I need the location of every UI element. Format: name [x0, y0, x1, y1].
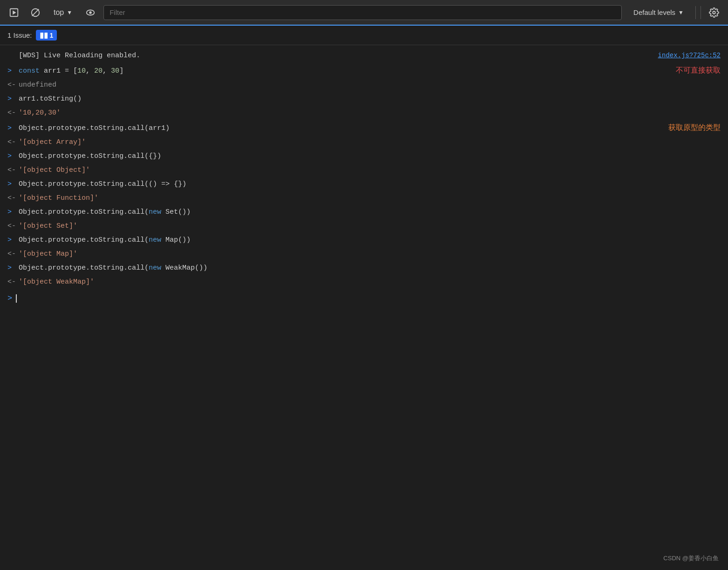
code-part-3: Object.prototype.toString.call(: [19, 236, 149, 244]
console-container: top ▼ Default levels ▼ 1 Issu: [0, 0, 728, 570]
toolbar-separator: [695, 6, 696, 19]
eye-icon: [85, 7, 96, 18]
execute-button[interactable]: [6, 4, 22, 21]
chevron-down-icon: ▼: [67, 9, 72, 16]
console-line-2: <- undefined: [0, 78, 728, 92]
settings-button[interactable]: [706, 4, 722, 21]
console-output[interactable]: [WDS] Live Reloading enabled. index.js?7…: [0, 45, 728, 570]
keyword-new-3: new: [149, 264, 161, 272]
console-line-1: > const arr1 = [10, 20, 30] 不可直接获取: [0, 63, 728, 78]
output-arrow: <-: [7, 80, 19, 91]
output-arrow-16: <-: [7, 277, 19, 288]
equals: = [: [65, 67, 77, 75]
input-arrow-13: >: [7, 235, 19, 246]
result-undefined: undefined: [19, 80, 721, 91]
context-selector[interactable]: top ▼: [48, 6, 77, 19]
code-line-5: Object.prototype.toString.call(arr1): [19, 123, 650, 134]
keyword-const: const: [19, 67, 44, 75]
svg-line-3: [32, 9, 39, 16]
svg-marker-1: [13, 10, 16, 14]
console-line-4: <- '10,20,30': [0, 106, 728, 120]
code-part-1: Object.prototype.toString.call(: [19, 208, 149, 216]
issues-badge-icon: ▮▮: [40, 31, 48, 40]
output-arrow-10: <-: [7, 193, 19, 204]
console-line-7: > Object.prototype.toString.call({}): [0, 149, 728, 163]
annotation-2: 获取原型的类型: [668, 122, 721, 134]
chevron-down-icon2: ▼: [678, 9, 684, 16]
svg-point-6: [713, 11, 715, 14]
num-20: 20: [94, 67, 103, 75]
wds-message: [WDS] Live Reloading enabled.: [19, 50, 649, 61]
comma1: ,: [86, 67, 94, 75]
input-arrow-15: >: [7, 263, 19, 274]
input-arrow-5: >: [7, 123, 19, 134]
code-part-2: Set()): [161, 208, 191, 216]
clear-button[interactable]: [27, 4, 44, 21]
console-line-wds: [WDS] Live Reloading enabled. index.js?7…: [0, 49, 728, 63]
context-label: top: [54, 8, 64, 17]
code-part-5: Object.prototype.toString.call(: [19, 264, 149, 272]
source-link[interactable]: index.js?725c:52: [658, 50, 721, 61]
input-arrow-7: >: [7, 151, 19, 162]
console-line-12: <- '[object Set]': [0, 219, 728, 233]
toolbar: top ▼ Default levels ▼: [0, 0, 728, 26]
var-arr1: arr1: [44, 67, 65, 75]
result-weakmap: '[object WeakMap]': [19, 277, 721, 288]
code-line-11: Object.prototype.toString.call(new Set()…: [19, 207, 721, 218]
code-part-6: WeakMap()): [161, 264, 207, 272]
output-arrow-4: <-: [7, 108, 19, 119]
num-10: 10: [77, 67, 86, 75]
annotation-1: 不可直接获取: [676, 64, 721, 76]
console-line-8: <- '[object Object]': [0, 163, 728, 177]
console-line-5: > Object.prototype.toString.call(arr1) 获…: [0, 120, 728, 136]
log-levels-label: Default levels: [633, 8, 675, 16]
watermark: CSDN @姜香小白鱼: [663, 554, 719, 563]
toolbar-separator2: [701, 6, 701, 19]
log-levels-button[interactable]: Default levels ▼: [626, 6, 691, 19]
code-part-4: Map()): [161, 236, 191, 244]
execute-icon: [9, 7, 19, 18]
output-arrow-6: <-: [7, 137, 19, 148]
keyword-new-2: new: [149, 236, 161, 244]
input-prompt-line: >: [0, 289, 728, 307]
num-30: 30: [111, 67, 119, 75]
issues-badge[interactable]: ▮▮ 1: [36, 30, 57, 41]
code-line-9: Object.prototype.toString.call(() => {}): [19, 179, 721, 190]
code-line-7: Object.prototype.toString.call({}): [19, 151, 721, 162]
output-arrow-8: <-: [7, 165, 19, 176]
svg-point-5: [89, 11, 92, 14]
input-arrow-3: >: [7, 94, 19, 105]
no-entry-icon: [30, 7, 41, 18]
bracket-close: ]: [119, 67, 124, 75]
filter-input[interactable]: [103, 5, 622, 20]
code-line-3: arr1.toString(): [19, 94, 721, 105]
issues-label: 1 Issue:: [7, 31, 32, 39]
console-line-9: > Object.prototype.toString.call(() => {…: [0, 177, 728, 191]
issues-badge-count: 1: [50, 32, 54, 39]
input-arrow-9: >: [7, 179, 19, 190]
console-line-3: > arr1.toString(): [0, 92, 728, 106]
output-arrow-12: <-: [7, 221, 19, 232]
keyword-new-1: new: [149, 208, 161, 216]
console-line-14: <- '[object Map]': [0, 247, 728, 261]
prompt-caret: >: [7, 292, 12, 305]
console-line-13: > Object.prototype.toString.call(new Map…: [0, 233, 728, 247]
result-function: '[object Function]': [19, 193, 721, 204]
result-string-1: '10,20,30': [19, 108, 721, 119]
console-line-15: > Object.prototype.toString.call(new Wea…: [0, 261, 728, 275]
console-line-11: > Object.prototype.toString.call(new Set…: [0, 205, 728, 219]
code-line-15: Object.prototype.toString.call(new WeakM…: [19, 263, 721, 274]
result-set: '[object Set]': [19, 221, 721, 232]
gear-icon: [709, 7, 719, 18]
issues-bar: 1 Issue: ▮▮ 1: [0, 26, 728, 45]
console-line-10: <- '[object Function]': [0, 191, 728, 205]
code-line: const arr1 = [10, 20, 30]: [19, 66, 657, 77]
eye-button[interactable]: [82, 4, 99, 21]
input-arrow: >: [7, 66, 19, 77]
result-object: '[object Object]': [19, 165, 721, 176]
console-line-6: <- '[object Array]': [0, 136, 728, 149]
comma2: ,: [103, 67, 111, 75]
result-map: '[object Map]': [19, 249, 721, 260]
result-array: '[object Array]': [19, 137, 721, 148]
console-line-16: <- '[object WeakMap]': [0, 275, 728, 289]
